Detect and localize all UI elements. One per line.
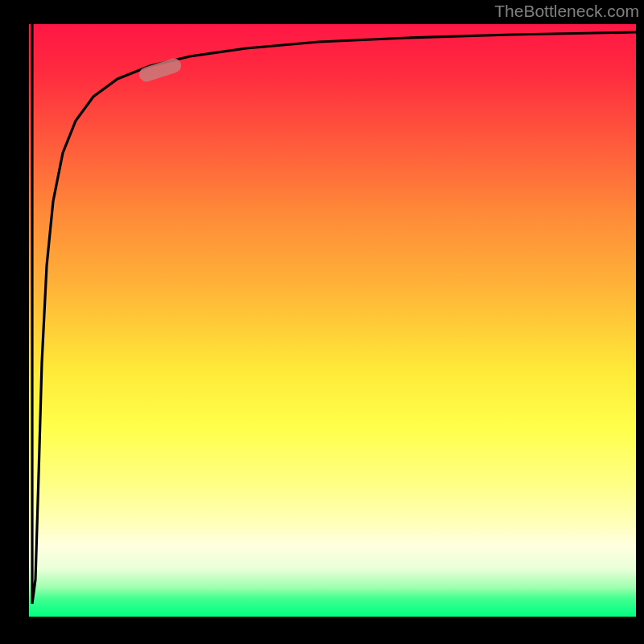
chart-curve-layer xyxy=(29,24,636,617)
watermark-text: TheBottleneck.com xyxy=(494,2,639,21)
curve-path xyxy=(32,24,636,604)
curve-marker xyxy=(138,56,184,84)
